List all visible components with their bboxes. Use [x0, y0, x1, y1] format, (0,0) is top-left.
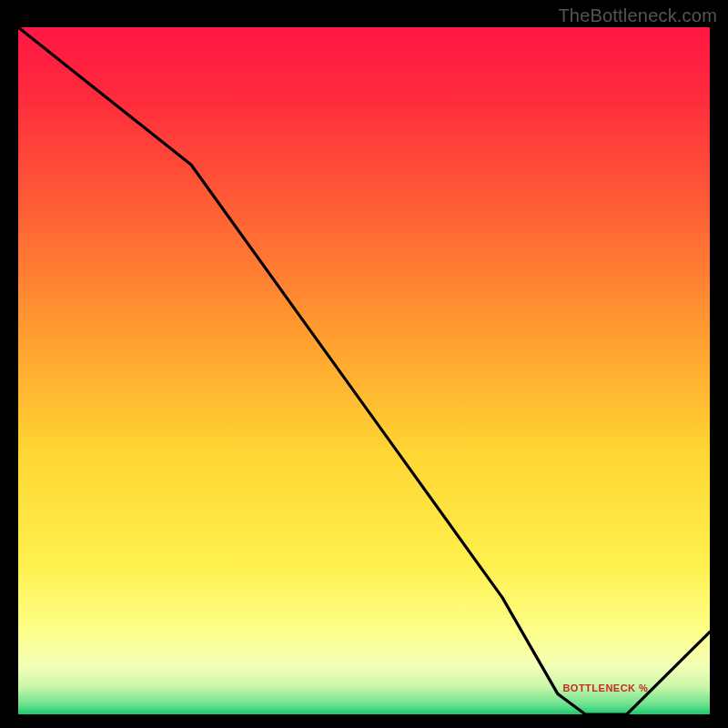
chart-container: TheBottleneck.com: [0, 0, 728, 728]
chart-line: [18, 27, 710, 714]
plot-area: BOTTLENECK %: [18, 27, 710, 714]
plot-inner: BOTTLENECK %: [18, 27, 710, 714]
watermark-text: TheBottleneck.com: [558, 5, 717, 26]
